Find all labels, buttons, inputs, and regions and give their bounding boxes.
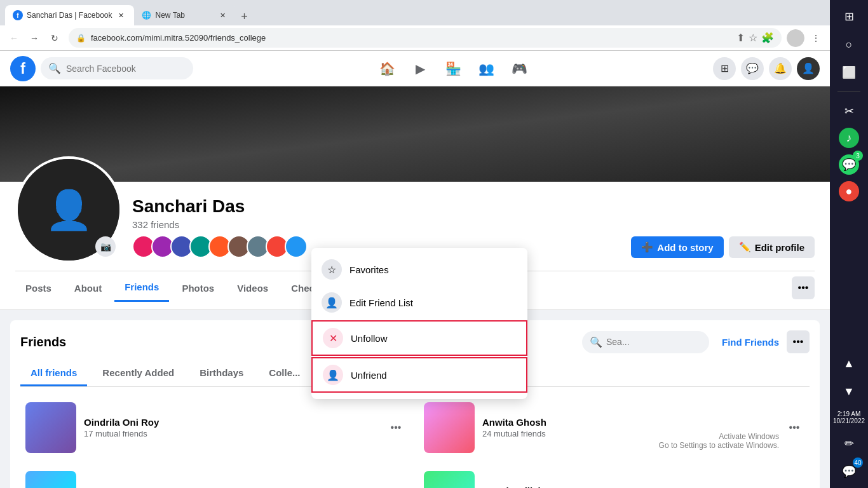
reload-button[interactable]: ↻ — [46, 29, 64, 47]
tab-facebook[interactable]: f Sanchari Das | Facebook ✕ — [5, 5, 134, 25]
back-button[interactable]: ← — [5, 29, 23, 47]
unfollow-icon: ✕ — [323, 328, 343, 348]
friend-card-4[interactable]: Preeti Mallick 39 mutual friends ••• — [419, 466, 810, 488]
pencil-icon: ✏️ — [739, 241, 751, 253]
tab-newtab[interactable]: 🌐 New Tab ✕ — [134, 5, 236, 25]
friend-info-4: Preeti Mallick 39 mutual friends — [482, 485, 776, 488]
dropdown-unfollow[interactable]: ✕ Unfollow — [311, 320, 527, 356]
tab-close-facebook[interactable]: ✕ — [116, 10, 126, 20]
fb-logo[interactable]: f — [10, 56, 36, 81]
friends-search-input[interactable] — [606, 337, 702, 347]
apps-button[interactable]: ⊞ — [713, 57, 736, 80]
find-friends-button[interactable]: Find Friends — [714, 332, 787, 353]
edit-icon[interactable]: ✏ — [837, 432, 860, 455]
nav-buttons: ← → ↻ — [5, 29, 64, 47]
dropdown-unfriend[interactable]: 👤 Unfriend — [311, 357, 527, 393]
url-text: facebook.com/mimi.mitra.52090/friends_co… — [91, 33, 731, 43]
url-actions: ⬆ ☆ 🧩 — [736, 32, 774, 44]
friend-photo-1 — [25, 402, 76, 453]
subtab-birthdays[interactable]: Birthdays — [189, 361, 254, 386]
groups-nav-icon[interactable]: 👥 — [471, 53, 501, 84]
dropdown-favorites[interactable]: ☆ Favorites — [311, 253, 527, 286]
forward-button[interactable]: → — [25, 29, 43, 47]
gaming-nav-icon[interactable]: 🎮 — [504, 53, 534, 84]
tray-time: 2:19 AM 10/21/2022 — [831, 408, 867, 427]
favorites-icon: ☆ — [322, 259, 342, 280]
search-icon: 🔍 — [48, 62, 61, 74]
friend-info-2: Anwita Ghosh 24 mutual friends — [482, 417, 776, 438]
tab-close-newtab[interactable]: ✕ — [218, 10, 228, 20]
snipping-tool-icon[interactable]: ✂ — [837, 100, 860, 123]
whatsapp-badge: 3 — [853, 151, 863, 161]
tab-favicon-facebook: f — [13, 10, 23, 20]
profile-actions: ➕ Add to story ✏️ Edit profile — [631, 236, 815, 263]
tab-photos[interactable]: Photos — [172, 275, 224, 301]
task-view-icon[interactable]: ⬜ — [837, 61, 860, 84]
add-to-story-button[interactable]: ➕ Add to story — [631, 236, 723, 258]
tab-ellipsis-button[interactable]: ••• — [792, 276, 815, 299]
tab-about[interactable]: About — [64, 275, 112, 301]
friends-search-icon: 🔍 — [590, 336, 602, 348]
profile-friends-count: 332 friends — [132, 219, 621, 230]
search-input[interactable] — [66, 64, 186, 74]
extension-icon[interactable]: 🧩 — [761, 32, 774, 44]
friend-info-3: Rupsa Das 66 mutual friends — [84, 485, 378, 488]
url-bar[interactable]: 🔒 facebook.com/mimi.mitra.52090/friends_… — [69, 28, 782, 48]
home-nav-icon[interactable]: 🏠 — [372, 53, 402, 84]
friend-photo-2 — [424, 402, 475, 453]
tab-posts[interactable]: Posts — [15, 275, 62, 301]
user-avatar[interactable]: 👤 — [797, 57, 820, 80]
profile-avatar-wrap: 👤 📷 — [15, 156, 122, 263]
new-tab-button[interactable]: + — [236, 8, 254, 25]
more-options-button[interactable]: ⋮ — [807, 29, 825, 47]
search-tray-icon[interactable]: ○ — [837, 33, 860, 56]
marketplace-nav-icon[interactable]: 🏪 — [438, 53, 468, 84]
tab-bar: f Sanchari Das | Facebook ✕ 🌐 New Tab ✕ … — [0, 0, 830, 25]
profile-name: Sanchari Das — [132, 196, 621, 217]
friend-card-3[interactable]: Rupsa Das 66 mutual friends ••• — [20, 466, 411, 488]
share-icon[interactable]: ⬆ — [736, 32, 745, 44]
dropdown-edit-friend-list[interactable]: 👤 Edit Friend List — [311, 286, 527, 319]
edit-profile-button[interactable]: ✏️ Edit profile — [729, 236, 815, 258]
profile-icon[interactable] — [787, 29, 804, 47]
subtab-all-friends[interactable]: All friends — [20, 361, 87, 386]
friend-photo-3 — [25, 471, 76, 488]
friend-card-1[interactable]: Oindrila Oni Roy 17 mutual friends ••• — [20, 397, 411, 458]
tab-favicon-newtab: 🌐 — [142, 10, 152, 20]
whatsapp-icon[interactable]: 💬 3 — [837, 153, 860, 176]
chrome-tray-icon[interactable]: ● — [839, 181, 859, 201]
fb-right-icons: ⊞ 💬 🔔 👤 — [713, 57, 820, 80]
address-bar: ← → ↻ 🔒 facebook.com/mimi.mitra.52090/fr… — [0, 25, 830, 51]
friends-search-container[interactable]: 🔍 — [582, 331, 709, 353]
spotify-icon[interactable]: ♪ — [839, 128, 859, 148]
bookmark-icon[interactable]: ☆ — [749, 32, 757, 44]
fb-search-container[interactable]: 🔍 — [41, 57, 193, 79]
notification-badge: 40 — [853, 458, 863, 468]
video-nav-icon[interactable]: ▶ — [405, 53, 435, 84]
messenger-button[interactable]: 💬 — [741, 57, 764, 80]
friend-photo-4 — [424, 471, 475, 488]
tab-videos[interactable]: Videos — [227, 275, 278, 301]
tab-friends[interactable]: Friends — [114, 274, 169, 302]
friend-menu-button-2[interactable]: ••• — [784, 417, 804, 438]
subtab-college[interactable]: Colle... — [259, 361, 310, 386]
browser-actions: ⋮ — [787, 29, 825, 47]
scroll-down-icon[interactable]: ▼ — [837, 380, 860, 403]
friends-grid: Oindrila Oni Roy 17 mutual friends ••• A… — [20, 397, 810, 488]
friends-more-button[interactable]: ••• — [787, 330, 810, 353]
fb-topnav: f 🔍 🏠 ▶ 🏪 👥 🎮 ⊞ 💬 🔔 👤 — [0, 51, 830, 86]
friend-card-2[interactable]: Anwita Ghosh 24 mutual friends ••• — [419, 397, 810, 458]
lock-icon: 🔒 — [76, 34, 86, 43]
system-tray: ⊞ ○ ⬜ ✂ ♪ 💬 3 ● ▲ ▼ 2:19 AM 10/21/2022 ✏… — [830, 0, 868, 488]
fb-nav-icons: 🏠 ▶ 🏪 👥 🎮 — [198, 53, 708, 84]
dropdown-edit-friend-list-label: Edit Friend List — [349, 297, 413, 308]
camera-button[interactable]: 📷 — [95, 236, 116, 257]
notifications-button[interactable]: 🔔 — [769, 57, 792, 80]
subtab-recently-added[interactable]: Recently Added — [92, 361, 184, 386]
dropdown-unfollow-label: Unfollow — [351, 333, 388, 344]
windows-start-icon[interactable]: ⊞ — [837, 5, 860, 28]
scroll-up-icon[interactable]: ▲ — [837, 352, 860, 375]
friend-menu-button-1[interactable]: ••• — [386, 417, 406, 438]
notification-center-icon[interactable]: 💬 40 — [837, 460, 860, 483]
friend-info-1: Oindrila Oni Roy 17 mutual friends — [84, 417, 378, 438]
